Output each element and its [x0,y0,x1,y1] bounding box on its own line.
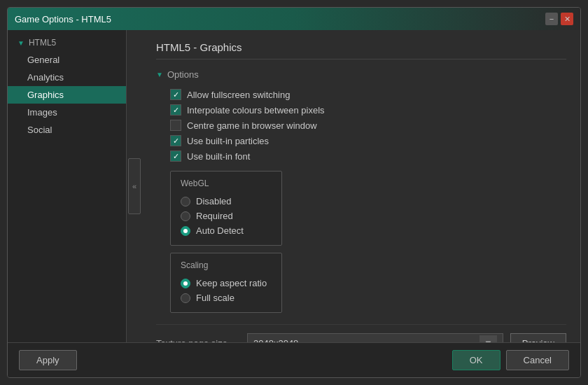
check-icon-4: ✓ [173,152,179,161]
checkbox-font[interactable]: ✓ [170,150,181,162]
check-icon-0: ✓ [173,90,179,99]
check-icon-1: ✓ [173,106,179,115]
main-content: HTML5 - Graphics ▼ Options ✓ Allow fulls… [142,30,580,342]
ok-button[interactable]: OK [452,350,500,370]
checkbox-label-4: Use built-in font [187,151,250,162]
sidebar-general-label: General [27,55,59,65]
footer-left: Apply [19,350,77,370]
checkbox-label-1: Interpolate colours between pixels [187,105,325,115]
webgl-radio-autodetect: Auto Detect [181,223,272,238]
checkbox-row-0: ✓ Allow fullscreen switching [156,87,566,102]
options-arrow-icon: ▼ [156,71,163,78]
options-label: Options [167,69,199,80]
scaling-title: Scaling [181,260,272,270]
check-icon-3: ✓ [173,136,179,146]
texture-select[interactable]: 2048x2048 ▼ [247,333,503,342]
title-bar-controls: − ✕ [545,13,573,25]
sidebar-social-label: Social [27,125,52,135]
texture-row: Texture page size 2048x2048 ▼ Preview [156,324,566,342]
radio-aspect-inner [183,281,188,286]
checkbox-row-4: ✓ Use built-in font [156,148,566,164]
sidebar-item-general[interactable]: General [8,51,126,69]
sidebar-item-images[interactable]: Images [8,104,126,121]
radio-inner-icon [183,229,188,233]
checkbox-centre[interactable] [170,120,181,131]
section-title: HTML5 - Graphics [156,41,566,59]
scaling-radio-aspect: Keep aspect ratio [181,276,272,290]
dialog: Game Options - HTML5 − ✕ ▼ HTML5 General… [7,7,581,378]
collapse-button[interactable]: « [128,158,141,214]
dialog-body: ▼ HTML5 General Analytics Graphics Image… [8,30,580,342]
sidebar-analytics-label: Analytics [27,72,64,83]
sidebar-root-label: HTML5 [29,38,56,48]
sidebar: ▼ HTML5 General Analytics Graphics Image… [8,30,127,342]
cancel-button[interactable]: Cancel [506,350,569,370]
sidebar-item-graphics[interactable]: Graphics [8,86,126,104]
radio-disabled[interactable] [181,197,190,206]
checkbox-row-2: Centre game in browser window [156,118,566,133]
radio-fullscale[interactable] [181,293,190,303]
scaling-group: Scaling Keep aspect ratio Full scale [170,253,282,313]
sidebar-item-social[interactable]: Social [8,121,126,139]
footer-right: OK Cancel [452,350,569,370]
radio-required-label: Required [196,211,233,221]
checkbox-label-0: Allow fullscreen switching [187,90,290,100]
preview-button[interactable]: Preview [510,333,566,342]
webgl-radio-disabled: Disabled [181,194,272,209]
checkbox-label-3: Use built-in particles [187,136,269,146]
apply-button[interactable]: Apply [19,350,77,370]
webgl-group: WebGL Disabled Required Auto Detect [170,171,282,246]
options-header: ▼ Options [156,69,566,80]
close-button[interactable]: ✕ [561,13,573,25]
radio-fullscale-label: Full scale [196,293,234,303]
sidebar-item-analytics[interactable]: Analytics [8,69,126,86]
dropdown-arrow-icon: ▼ [479,335,497,343]
dialog-title: Game Options - HTML5 [15,14,111,24]
checkbox-particles[interactable]: ✓ [170,135,181,146]
sidebar-item-html5[interactable]: ▼ HTML5 [8,34,126,51]
radio-disabled-label: Disabled [196,196,232,206]
title-bar: Game Options - HTML5 − ✕ [8,8,580,30]
checkbox-row-1: ✓ Interpolate colours between pixels [156,102,566,118]
radio-aspect[interactable] [181,279,190,288]
checkbox-interpolate[interactable]: ✓ [170,104,181,115]
sidebar-graphics-label: Graphics [27,90,64,100]
checkbox-fullscreen[interactable]: ✓ [170,89,181,100]
radio-autodetect[interactable] [181,226,190,236]
dialog-footer: Apply OK Cancel [8,342,580,377]
radio-required[interactable] [181,211,190,221]
minimize-button[interactable]: − [545,13,558,25]
sidebar-images-label: Images [27,107,57,118]
webgl-radio-required: Required [181,209,272,223]
radio-autodetect-label: Auto Detect [196,225,244,236]
radio-aspect-label: Keep aspect ratio [196,278,267,288]
scaling-radio-full: Full scale [181,290,272,305]
checkbox-row-3: ✓ Use built-in particles [156,133,566,148]
webgl-title: WebGL [181,178,272,188]
checkbox-label-2: Centre game in browser window [187,120,317,131]
arrow-icon: ▼ [18,39,24,47]
